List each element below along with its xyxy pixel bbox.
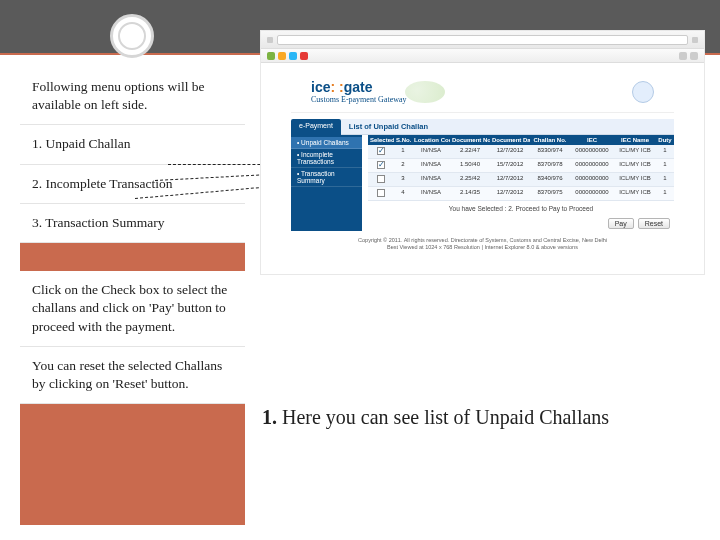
- cell-sno: 1: [394, 145, 412, 158]
- cell-sno: 3: [394, 173, 412, 186]
- sidebar-item-summary[interactable]: • Transaction Summary: [291, 168, 362, 187]
- cell-docno: 2.22/47: [450, 145, 490, 158]
- browser-tabbar: [261, 31, 704, 49]
- row-checkbox[interactable]: [377, 147, 385, 155]
- cell-location: IN/NSA: [412, 173, 450, 186]
- cell-location: IN/NSA: [412, 187, 450, 200]
- th-sno: S.No.: [394, 135, 412, 145]
- th-location: Location Code: [412, 135, 450, 145]
- th-iec: IEC: [570, 135, 614, 145]
- chrome-button-icon: [692, 37, 698, 43]
- copyright-line1: Copyright © 2011. All rights reserved. D…: [291, 237, 674, 244]
- brand-tagline: Customs E-payment Gateway: [311, 95, 407, 104]
- cell-sno: 4: [394, 187, 412, 200]
- cell-iec: 0000000000: [570, 159, 614, 172]
- th-iecname: IEC Name: [614, 135, 656, 145]
- screenshot-area: ice: :gate Customs E-payment Gateway e-P…: [260, 30, 705, 525]
- url-bar[interactable]: [277, 35, 688, 45]
- th-duty: Duty: [656, 135, 674, 145]
- tab-icon: [267, 37, 273, 43]
- header-logo-row: ice: :gate Customs E-payment Gateway: [291, 73, 674, 113]
- table-row: 1IN/NSA2.22/4712/7/20128330/974000000000…: [368, 145, 674, 159]
- toolbar-icon[interactable]: [690, 52, 698, 60]
- cell-docdate: 12/7/2012: [490, 173, 530, 186]
- option-1: 1. Unpaid Challan: [20, 125, 245, 164]
- brand-logo: ice: :gate Customs E-payment Gateway: [311, 79, 407, 104]
- cell-iec: 0000000000: [570, 187, 614, 200]
- cell-docno: 1.50/40: [450, 159, 490, 172]
- cell-docno: 2.14/35: [450, 187, 490, 200]
- cell-iec: 0000000000: [570, 173, 614, 186]
- browser-window: ice: :gate Customs E-payment Gateway e-P…: [260, 30, 705, 275]
- option-3: 3. Transaction Summary: [20, 204, 245, 243]
- cell-location: IN/NSA: [412, 159, 450, 172]
- page-body: ice: :gate Customs E-payment Gateway e-P…: [261, 63, 704, 257]
- table-header: Selected : 2 S.No. Location Code Documen…: [368, 135, 674, 145]
- row-checkbox[interactable]: [377, 161, 385, 169]
- th-docdate: Document Date: [490, 135, 530, 145]
- intro-text: Following menu options will be available…: [20, 60, 245, 125]
- th-challan: Challan No.: [530, 135, 570, 145]
- challan-table: Selected : 2 S.No. Location Code Documen…: [368, 135, 674, 231]
- toolbar-icon[interactable]: [679, 52, 687, 60]
- nav-fwd-icon[interactable]: [278, 52, 286, 60]
- cell-sno: 2: [394, 159, 412, 172]
- cell-docdate: 12/7/2012: [490, 187, 530, 200]
- reset-button[interactable]: Reset: [638, 218, 670, 229]
- instruction-reset: You can reset the selected Challans by c…: [20, 347, 245, 404]
- cell-duty: 1: [656, 145, 674, 158]
- copyright: Copyright © 2011. All rights reserved. D…: [291, 231, 674, 251]
- row-checkbox[interactable]: [377, 189, 385, 197]
- main-annotation: 1. Here you can see list of Unpaid Chall…: [262, 405, 695, 430]
- nav-reload-icon[interactable]: [289, 52, 297, 60]
- main-note-number: 1.: [262, 406, 277, 428]
- button-row: Pay Reset: [368, 216, 674, 231]
- brand-ice: ice: [311, 79, 330, 95]
- cell-location: IN/NSA: [412, 145, 450, 158]
- table-row: 2IN/NSA1.50/4015/7/20128370/978000000000…: [368, 159, 674, 173]
- cell-iecname: ICL/MY ICB: [614, 145, 656, 158]
- decorative-ring-icon: [110, 14, 154, 58]
- tab-epayment[interactable]: e-Payment: [291, 119, 341, 135]
- copyright-line2: Best Viewed at 1024 x 768 Resolution | I…: [291, 244, 674, 251]
- th-docno: Document No.: [450, 135, 490, 145]
- cell-iecname: ICL/MY ICB: [614, 159, 656, 172]
- selection-note: You have Selected : 2. Proceed to Pay to…: [368, 201, 674, 216]
- cell-iecname: ICL/MY ICB: [614, 187, 656, 200]
- cell-iecname: ICL/MY ICB: [614, 173, 656, 186]
- pay-button[interactable]: Pay: [608, 218, 634, 229]
- cell-iec: 0000000000: [570, 145, 614, 158]
- nav-home-icon[interactable]: [300, 52, 308, 60]
- cell-challan: 8370/975: [530, 187, 570, 200]
- cell-challan: 8370/978: [530, 159, 570, 172]
- tabs-row: e-Payment List of Unpaid Challan: [291, 119, 674, 135]
- left-text-panel: Following menu options will be available…: [20, 60, 245, 525]
- list-title: List of Unpaid Challan: [341, 119, 674, 135]
- option-2: 2. Incomplete Transaction: [20, 165, 245, 204]
- emblem-icon: [632, 81, 654, 103]
- side-menu: • Unpaid Challans • Incomplete Transacti…: [291, 135, 362, 231]
- globe-icon: [405, 81, 445, 103]
- sidebar-item-unpaid[interactable]: • Unpaid Challans: [291, 137, 362, 149]
- brand-sep: : :: [330, 79, 343, 95]
- browser-toolbar: [261, 49, 704, 63]
- sidebar-item-incomplete[interactable]: • Incomplete Transactions: [291, 149, 362, 168]
- row-checkbox[interactable]: [377, 175, 385, 183]
- content-row: • Unpaid Challans • Incomplete Transacti…: [291, 135, 674, 231]
- brand-gate: gate: [344, 79, 373, 95]
- cell-docno: 2.25/42: [450, 173, 490, 186]
- cell-docdate: 12/7/2012: [490, 145, 530, 158]
- main-note-text: Here you can see list of Unpaid Challans: [277, 406, 609, 428]
- cell-duty: 1: [656, 187, 674, 200]
- table-row: 3IN/NSA2.25/4212/7/20128340/976000000000…: [368, 173, 674, 187]
- cell-docdate: 15/7/2012: [490, 159, 530, 172]
- th-selected: Selected : 2: [368, 135, 394, 145]
- cell-duty: 1: [656, 173, 674, 186]
- instruction-pay: Click on the Check box to select the cha…: [20, 271, 245, 347]
- nav-back-icon[interactable]: [267, 52, 275, 60]
- cell-challan: 8330/974: [530, 145, 570, 158]
- cell-duty: 1: [656, 159, 674, 172]
- cell-challan: 8340/976: [530, 173, 570, 186]
- table-row: 4IN/NSA2.14/3512/7/20128370/975000000000…: [368, 187, 674, 201]
